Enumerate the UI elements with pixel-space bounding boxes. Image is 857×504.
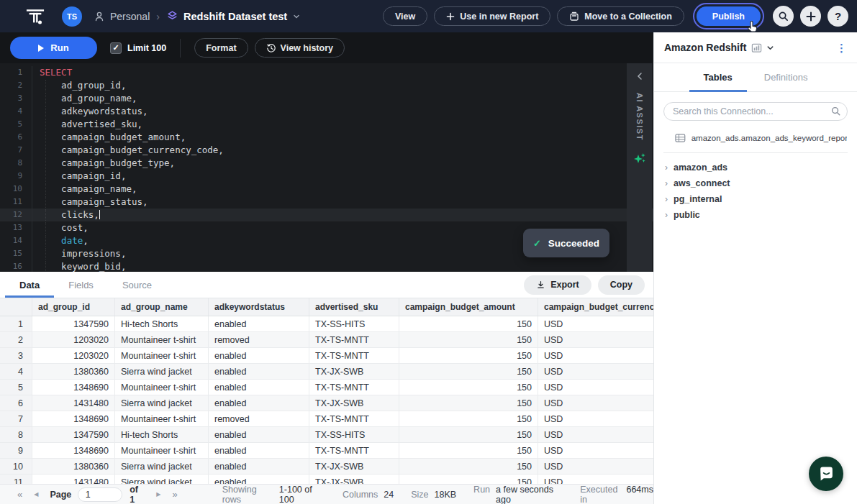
next-page-button[interactable]: ▶ — [156, 491, 160, 498]
table-cell[interactable]: enabled — [209, 348, 309, 363]
table-cell[interactable]: USD — [538, 364, 653, 379]
table-cell[interactable]: USD — [538, 395, 653, 411]
table-cell[interactable]: 1431480 — [32, 475, 115, 484]
search-button[interactable] — [773, 6, 794, 27]
table-cell[interactable]: 1380360 — [32, 364, 115, 379]
table-cell[interactable]: removed — [209, 411, 309, 426]
editor-line-2[interactable]: 2 ad_group_id, — [0, 79, 653, 92]
table-cell[interactable]: 150 — [399, 348, 538, 363]
table-cell[interactable]: TX-JX-SWB — [309, 475, 399, 484]
table-cell[interactable]: Sierra wind jacket — [115, 364, 209, 379]
table-cell[interactable]: enabled — [209, 443, 309, 458]
view-button[interactable]: View — [383, 6, 427, 26]
table-cell[interactable]: 150 — [399, 316, 538, 331]
table-cell[interactable]: 150 — [399, 332, 538, 347]
table-row[interactable]: 71348690Mountaineer t-shirtremovedTX-TS-… — [0, 411, 653, 427]
table-row[interactable]: 101380360Sierra wind jacketenabledTX-JX-… — [0, 459, 653, 475]
grid-header-ad-group-id[interactable]: ad_group_id — [32, 298, 115, 316]
table-cell[interactable]: 1347590 — [32, 316, 115, 331]
table-cell[interactable]: 150 — [399, 364, 538, 379]
table-cell[interactable]: Mountaineer t-shirt — [115, 411, 209, 426]
table-cell[interactable]: USD — [538, 443, 653, 458]
table-cell[interactable]: TX-TS-MNTT — [309, 443, 399, 458]
table-cell[interactable]: enabled — [209, 316, 309, 331]
tab-fields[interactable]: Fields — [54, 272, 108, 298]
table-cell[interactable]: 1347590 — [32, 427, 115, 442]
table-cell[interactable]: enabled — [209, 364, 309, 379]
table-cell[interactable]: Mountaineer t-shirt — [115, 332, 209, 347]
table-cell[interactable]: USD — [538, 316, 653, 331]
editor-line-8[interactable]: 8 campaign_budget_type, — [0, 157, 653, 170]
schema-item-public[interactable]: ›public — [654, 207, 857, 223]
limit-checkbox[interactable]: ✓ — [110, 42, 122, 54]
table-cell[interactable]: 1348690 — [32, 411, 115, 426]
table-cell[interactable]: removed — [209, 332, 309, 347]
table-cell[interactable]: 1431480 — [32, 395, 115, 411]
table-cell[interactable]: enabled — [209, 459, 309, 474]
table-cell[interactable]: enabled — [209, 427, 309, 442]
schema-item-pg_internal[interactable]: ›pg_internal — [654, 191, 857, 207]
table-cell[interactable]: 150 — [399, 380, 538, 395]
tab-source[interactable]: Source — [108, 272, 166, 298]
table-cell[interactable]: TX-TS-MNTT — [309, 332, 399, 347]
editor-line-6[interactable]: 6 campaign_budget_amount, — [0, 131, 653, 144]
run-button[interactable]: Run — [10, 37, 97, 59]
table-cell[interactable]: 150 — [399, 411, 538, 426]
table-cell[interactable]: TX-TS-MNTT — [309, 348, 399, 363]
editor-line-9[interactable]: 9 campaign_id, — [0, 170, 653, 183]
table-cell[interactable]: Sierra wind jacket — [115, 395, 209, 411]
first-page-button[interactable]: « — [17, 489, 22, 500]
table-cell[interactable]: enabled — [209, 380, 309, 395]
table-cell[interactable]: Mountaineer t-shirt — [115, 443, 209, 458]
connection-search-input[interactable] — [663, 102, 848, 121]
format-button[interactable]: Format — [194, 38, 248, 58]
copy-button[interactable]: Copy — [598, 275, 645, 295]
grid-header-advertised-sku[interactable]: advertised_sku — [309, 298, 399, 316]
pinned-table-item[interactable]: amazon_ads.amazon_ads_keyword_report — [675, 133, 847, 143]
editor-line-12[interactable]: 12 clicks, — [0, 209, 653, 221]
last-page-button[interactable]: » — [172, 489, 177, 500]
connection-menu-button[interactable]: ⋮ — [836, 42, 847, 53]
table-cell[interactable]: 150 — [399, 475, 538, 484]
table-row[interactable]: 61431480Sierra wind jacketenabledTX-JX-S… — [0, 395, 653, 411]
table-cell[interactable]: USD — [538, 380, 653, 395]
table-cell[interactable]: 150 — [399, 459, 538, 474]
editor-line-5[interactable]: 5 advertised_sku, — [0, 118, 653, 131]
table-cell[interactable]: enabled — [209, 395, 309, 411]
ai-assist-panel[interactable]: AI ASSIST — [627, 63, 652, 272]
table-cell[interactable]: 1203020 — [32, 332, 115, 347]
table-row[interactable]: 111431480Sierra wind jacketenabledTX-JX-… — [0, 475, 653, 484]
table-cell[interactable]: 150 — [399, 427, 538, 442]
chevron-down-icon[interactable] — [766, 44, 774, 52]
chevron-down-icon[interactable] — [292, 12, 301, 21]
table-cell[interactable]: TX-JX-SWB — [309, 459, 399, 474]
table-row[interactable]: 91348690Mountaineer t-shirtenabledTX-TS-… — [0, 443, 653, 459]
table-row[interactable]: 11347590Hi-tech ShortsenabledTX-SS-HITS1… — [0, 316, 653, 332]
table-row[interactable]: 81347590Hi-tech ShortsenabledTX-SS-HITS1… — [0, 427, 653, 443]
table-cell[interactable]: 1203020 — [32, 348, 115, 363]
table-cell[interactable]: Hi-tech Shorts — [115, 427, 209, 442]
table-row[interactable]: 31203020Mountaineer t-shirtenabledTX-TS-… — [0, 348, 653, 364]
connection-name[interactable]: Amazon Redshift — [664, 42, 746, 53]
table-cell[interactable]: USD — [538, 348, 653, 363]
grid-header-adkeywordstatus[interactable]: adkeywordstatus — [209, 298, 309, 316]
table-cell[interactable]: USD — [538, 332, 653, 347]
table-cell[interactable]: TX-TS-MNTT — [309, 380, 399, 395]
table-cell[interactable]: 150 — [399, 443, 538, 458]
tab-tables[interactable]: Tables — [689, 63, 747, 91]
new-item-button[interactable] — [800, 6, 821, 27]
app-logo-icon[interactable] — [26, 7, 45, 26]
grid-header-campaign-budget-currency-code[interactable]: campaign_budget_currency_code — [538, 298, 653, 316]
editor-line-7[interactable]: 7 campaign_budget_currency_code, — [0, 144, 653, 157]
table-cell[interactable]: TX-JX-SWB — [309, 395, 399, 411]
grid-header-ad-group-name[interactable]: ad_group_name — [115, 298, 209, 316]
table-cell[interactable]: TX-TS-MNTT — [309, 411, 399, 426]
sql-editor[interactable]: 1SELECT2 ad_group_id,3 ad_group_name,4 a… — [0, 63, 653, 272]
table-row[interactable]: 41380360Sierra wind jacketenabledTX-JX-S… — [0, 364, 653, 380]
schema-item-aws_connect[interactable]: ›aws_connect — [654, 175, 857, 191]
table-cell[interactable]: 150 — [399, 395, 538, 411]
table-cell[interactable]: Mountaineer t-shirt — [115, 348, 209, 363]
chevron-left-icon[interactable] — [635, 71, 644, 81]
table-cell[interactable]: TX-JX-SWB — [309, 364, 399, 379]
avatar[interactable]: TS — [62, 6, 82, 27]
